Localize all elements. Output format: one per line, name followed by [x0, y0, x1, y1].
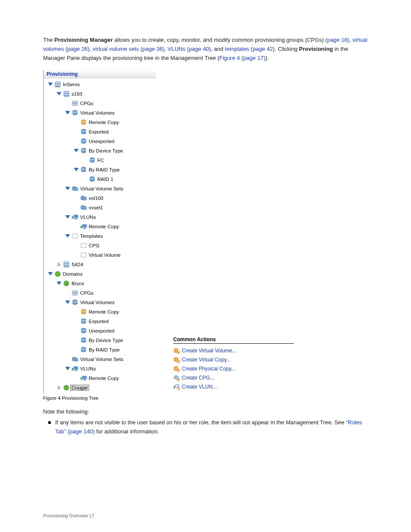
globe-icon	[63, 384, 70, 391]
add-icon	[173, 347, 180, 354]
server-icon	[54, 81, 61, 88]
tree-node-by-raid[interactable]: By RAID Type	[45, 165, 155, 174]
action-create-vlun[interactable]: Create VLUN...	[173, 382, 294, 391]
link-cpgs[interactable]: (page 18)	[324, 37, 349, 43]
tree-node-bryce-unexported[interactable]: Unexported	[45, 326, 155, 336]
action-create-cpg[interactable]: Create CPG...	[173, 373, 294, 382]
link-templates[interactable]: templates	[225, 46, 249, 52]
tree-node-template-cpg[interactable]: CPG	[45, 241, 155, 250]
tree-node-bryce-vvsets[interactable]: Virtual Volume Sets	[45, 355, 155, 364]
volume-icon	[89, 157, 96, 164]
volume-icon	[80, 138, 87, 145]
volume-orange-icon	[80, 119, 87, 126]
tree-node-bryce-rcopy[interactable]: Remote Copy	[45, 307, 155, 317]
tree-node-unexported[interactable]: Unexported	[45, 137, 155, 146]
tree-node-domains[interactable]: Domains	[45, 269, 155, 279]
tree-node-by-device[interactable]: By Device Type	[45, 146, 155, 156]
action-label: Create CPG...	[182, 375, 214, 381]
link-vv-page[interactable]: (page 26)	[64, 46, 89, 52]
bullet-icon	[48, 421, 51, 424]
tree-node-bryce-by-raid[interactable]: By RAID Type	[45, 345, 155, 355]
volume-icon	[80, 166, 87, 173]
volume-icon	[80, 147, 87, 154]
tree-label: Cougar	[70, 385, 89, 391]
tree-node-s183[interactable]: s183	[45, 89, 155, 99]
add-icon	[173, 383, 180, 390]
triangle-down-icon[interactable]	[65, 299, 71, 305]
volume-icon	[72, 109, 78, 116]
link-templates-page[interactable]: (page 42)	[249, 46, 274, 52]
tree-label: Virtual Volume	[87, 252, 121, 258]
action-label: Create Virtual Copy...	[182, 357, 231, 363]
tree-node-templates[interactable]: Templates	[45, 231, 155, 241]
tree-label: Virtual Volumes	[79, 110, 115, 115]
action-create-virtual-copy[interactable]: Create Virtual Copy...	[173, 355, 294, 364]
link-vluns-page[interactable]: (page 40)	[185, 46, 211, 52]
action-label: Create VLUN...	[182, 384, 217, 390]
tree-node-bryce-vv[interactable]: Virtual Volumes	[45, 298, 155, 307]
tree-node-raid1[interactable]: RAID 1	[45, 174, 155, 184]
tree-node-virtual-volumes[interactable]: Virtual Volumes	[45, 108, 155, 118]
figure-caption: Figure 4 Provisioning Tree	[43, 395, 368, 401]
add-icon	[173, 356, 180, 363]
triangle-down-icon[interactable]	[73, 148, 79, 154]
triangle-down-icon[interactable]	[65, 186, 71, 192]
triangle-down-icon[interactable]	[73, 167, 79, 173]
tree-node-fc[interactable]: FC	[45, 156, 155, 165]
tree-label: Bryce	[70, 281, 84, 286]
triangle-down-icon[interactable]	[65, 366, 71, 372]
tree-node-template-vv[interactable]: Virtual Volume	[45, 250, 155, 260]
link-vluns[interactable]: VLUNs	[168, 46, 185, 52]
triangle-down-icon[interactable]	[47, 81, 53, 87]
action-create-virtual-volume[interactable]: Create Virtual Volume...	[173, 346, 294, 355]
tree-node-bryce-exported[interactable]: Exported	[45, 317, 155, 326]
tree-label: VLUNs	[79, 215, 96, 220]
tree-node-bryce[interactable]: Bryce	[45, 279, 155, 288]
tree-label: Exported	[87, 129, 109, 134]
volume-set-icon	[80, 204, 87, 211]
tree-node-bryce-vlun-rcopy[interactable]: Remote Copy	[45, 373, 155, 383]
volume-icon	[80, 337, 87, 344]
volume-icon	[89, 176, 96, 183]
tree-node-vvsets[interactable]: Virtual Volume Sets	[45, 184, 155, 193]
tree-node-s424[interactable]: S424	[45, 260, 155, 269]
tree-label: Virtual Volumes	[79, 300, 115, 305]
link-figure4[interactable]: Figure 4 (page 17)	[219, 55, 265, 61]
triangle-right-icon[interactable]	[56, 385, 62, 391]
tree-node-bryce-by-device[interactable]: By Device Type	[45, 336, 155, 345]
link-vvsets[interactable]: virtual volume sets	[93, 46, 139, 52]
action-create-physical-copy[interactable]: Create Physical Copy...	[173, 364, 294, 373]
tree-node-vlun-remote-copy[interactable]: Remote Copy	[45, 222, 155, 231]
tree-node-bryce-vluns[interactable]: VLUNs	[45, 364, 155, 373]
template-icon	[80, 242, 87, 249]
divider	[173, 343, 294, 344]
vlun-icon	[80, 375, 87, 382]
tree-node-cpgs[interactable]: CPGs	[45, 99, 155, 108]
tree-node-bryce-cpgs[interactable]: CPGs	[45, 288, 155, 298]
tree-node-vol100[interactable]: vol100	[45, 193, 155, 203]
tree-label: By Device Type	[87, 338, 123, 343]
add-icon	[173, 365, 180, 372]
triangle-right-icon[interactable]	[56, 261, 62, 268]
tree-node-remote-copy[interactable]: Remote Copy	[45, 118, 155, 127]
link-vvsets-page[interactable]: (page 36)	[139, 46, 165, 52]
volume-icon	[80, 128, 87, 135]
tree-label: CPGs	[79, 101, 93, 106]
triangle-down-icon[interactable]	[65, 233, 71, 239]
tree-node-cougar[interactable]: Cougar	[45, 383, 155, 392]
cpg-icon	[72, 100, 78, 107]
tree-node-vvset1[interactable]: vvset1	[45, 203, 155, 212]
page-footer: Provisioning Overview 17	[43, 513, 94, 518]
tree-node-inservs[interactable]: InServs	[45, 80, 155, 89]
triangle-down-icon[interactable]	[56, 91, 62, 97]
tree-label: Virtual Volume Sets	[79, 357, 123, 362]
triangle-down-icon[interactable]	[47, 271, 53, 277]
globe-icon	[63, 280, 70, 287]
volume-icon	[80, 346, 87, 353]
volume-set-icon	[72, 185, 78, 192]
triangle-down-icon[interactable]	[65, 110, 71, 116]
triangle-down-icon[interactable]	[56, 280, 62, 286]
tree-node-vluns[interactable]: VLUNs	[45, 212, 155, 222]
tree-node-exported[interactable]: Exported	[45, 127, 155, 137]
triangle-down-icon[interactable]	[65, 214, 71, 220]
